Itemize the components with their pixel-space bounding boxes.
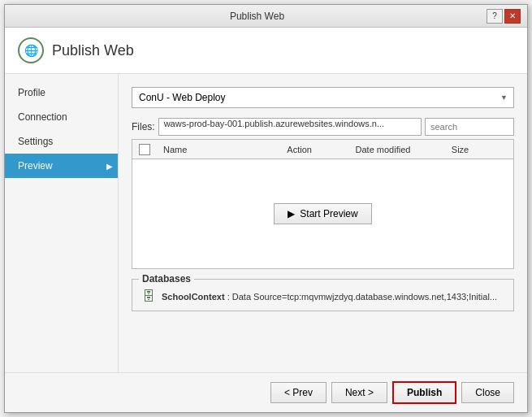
databases-section: Databases 🗄 SchoolContext : Data Source=…	[132, 279, 514, 311]
title-bar-controls: ? ✕	[487, 9, 521, 24]
files-section: Files: waws-prod-bay-001.publish.azurewe…	[132, 118, 514, 269]
help-button[interactable]: ?	[487, 9, 503, 24]
databases-legend: Databases	[139, 273, 194, 285]
sidebar-item-connection[interactable]: Connection	[5, 105, 118, 129]
main-content: ConU - Web Deploy Files: waws-prod-bay-0…	[119, 74, 527, 372]
profile-row: ConU - Web Deploy	[132, 87, 514, 108]
table-date-header: Date modified	[349, 145, 445, 154]
dialog-header-icon: 🌐	[18, 37, 44, 63]
header-checkbox[interactable]	[139, 144, 150, 155]
database-row: 🗄 SchoolContext : Data Source=tcp:mqvmwj…	[142, 289, 504, 304]
dialog-title: Publish Web	[52, 42, 134, 59]
files-table: Name Action Date modified Size ▶ Start P…	[132, 139, 514, 269]
database-name: SchoolContext	[162, 292, 225, 302]
dialog-footer: < Prev Next > Publish Close	[5, 372, 527, 412]
dialog-body: Profile Connection Settings Preview ConU…	[5, 74, 527, 372]
close-button[interactable]: Close	[461, 382, 514, 403]
sidebar: Profile Connection Settings Preview	[5, 74, 119, 372]
globe-icon: 🌐	[24, 44, 38, 57]
sidebar-item-preview[interactable]: Preview	[5, 154, 118, 178]
title-bar: Publish Web ? ✕	[5, 5, 527, 28]
files-path: waws-prod-bay-001.publish.azurewebsites.…	[158, 118, 422, 136]
sidebar-item-profile[interactable]: Profile	[5, 80, 118, 105]
files-table-body: ▶ Start Preview	[132, 159, 513, 268]
publish-web-dialog: Publish Web ? ✕ 🌐 Publish Web Profile Co…	[4, 4, 528, 413]
database-value: Data Source=tcp:mqvmwjzdyq.database.wind…	[232, 292, 497, 302]
sidebar-item-settings[interactable]: Settings	[5, 129, 118, 154]
table-name-header: Name	[157, 145, 280, 154]
window-title: Publish Web	[28, 11, 487, 22]
table-size-header: Size	[445, 145, 513, 154]
profile-dropdown[interactable]: ConU - Web Deploy	[132, 87, 514, 108]
window-close-button[interactable]: ✕	[504, 9, 521, 24]
next-button[interactable]: Next >	[331, 382, 387, 403]
start-preview-button[interactable]: ▶ Start Preview	[274, 203, 371, 224]
database-icon: 🗄	[142, 289, 155, 304]
dialog-header: 🌐 Publish Web	[5, 28, 527, 74]
files-label: Files:	[132, 121, 155, 132]
database-info: SchoolContext : Data Source=tcp:mqvmwjzd…	[162, 292, 497, 302]
files-table-header: Name Action Date modified Size	[132, 140, 513, 159]
table-check-column	[132, 144, 157, 155]
publish-button[interactable]: Publish	[392, 381, 456, 404]
profile-dropdown-wrapper: ConU - Web Deploy	[132, 87, 514, 108]
files-search-input[interactable]	[425, 118, 514, 136]
play-icon: ▶	[288, 208, 295, 219]
prev-button[interactable]: < Prev	[270, 382, 327, 403]
table-action-header: Action	[280, 145, 348, 154]
files-path-row: Files: waws-prod-bay-001.publish.azurewe…	[132, 118, 514, 136]
